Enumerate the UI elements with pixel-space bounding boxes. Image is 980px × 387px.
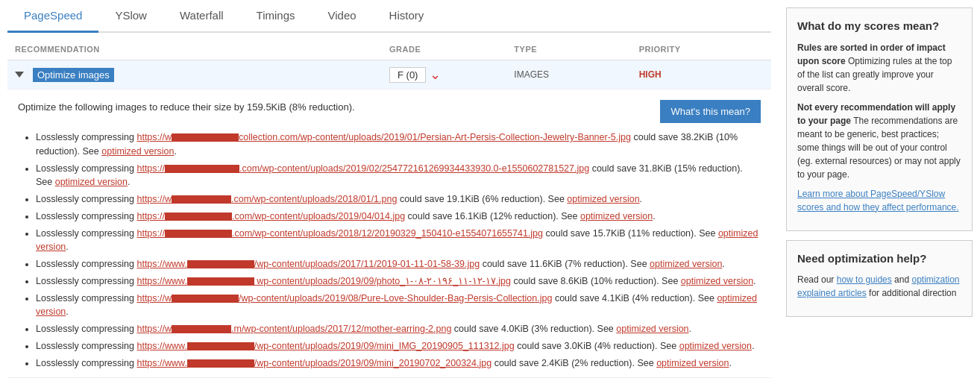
help-text1: Read our [797,274,837,285]
type-cell: IMAGES [514,69,638,80]
scores-box-title: What do my scores mean? [797,19,961,34]
image-link-8[interactable]: https://w/wp-content/uploads/2019/08/Pur… [136,293,552,303]
list-item: Losslessly compressing https://.com/wp-c… [36,227,761,255]
image-link-4[interactable]: https://.com/wp-content/uploads/2019/04/… [136,211,405,221]
tab-video[interactable]: Video [312,0,373,33]
rec-label-cell: Optimize images [15,68,389,82]
tabs-bar: PageSpeed YSlow Waterfall Timings Video … [7,0,771,33]
col-header-priority: PRIORITY [639,45,764,54]
tab-pagespeed[interactable]: PageSpeed [7,0,98,33]
image-link-2[interactable]: https://.com/wp-content/uploads/2019/02/… [136,163,589,174]
col-header-type: TYPE [514,45,638,54]
list-item: Losslessly compressing https://w.m/wp-co… [36,322,761,336]
list-item: Losslessly compressing https://.com/wp-c… [36,210,761,224]
image-link-6[interactable]: https://www./wp-content/uploads/2017/11/… [136,259,480,269]
grade-cell: F (0) ⌄ [389,66,514,83]
expanded-content: Optimize the following images to reduce … [7,89,771,378]
list-item: Losslessly compressing https://www./wp-c… [36,339,761,353]
image-link-7[interactable]: https://www. wp-content/uploads/2019/09/… [136,276,510,286]
optimized-link-1[interactable]: optimized version [101,146,174,157]
chevron-down-icon: ⌄ [430,66,441,83]
optimized-link-10[interactable]: optimized version [679,341,752,351]
col-header-grade: GRADE [389,45,514,54]
optimized-link-7[interactable]: optimized version [681,276,753,286]
whats-this-button[interactable]: What's this mean? [660,100,761,123]
expanded-header: Optimize the following images to reduce … [18,100,761,123]
list-item: Losslessly compressing https://.com/wp-c… [36,162,761,190]
image-link-5[interactable]: https://.com/wp-content/uploads/2018/12/… [136,228,543,239]
priority-cell: HIGH [639,69,764,80]
items-list: Losslessly compressing https://wcollecti… [18,130,761,370]
tab-yslow[interactable]: YSlow [98,0,163,33]
grade-value: F (0) [389,67,426,83]
collapse-icon[interactable] [15,72,24,78]
expanded-summary: Optimize the following images to reduce … [18,100,645,116]
table-header: RECOMMENDATION GRADE TYPE PRIORITY [7,39,771,60]
image-link-11[interactable]: https://www./wp-content/uploads/2019/09/… [136,358,491,368]
image-link-1[interactable]: https://wcollection.com/wp-content/uploa… [136,132,631,142]
optimization-help-box: Need optimization help? Read our how to … [786,240,973,318]
tab-timings[interactable]: Timings [240,0,312,33]
list-item: Losslessly compressing https://w/wp-cont… [36,292,761,320]
scores-box-para1: Rules are sorted in order of impact upon… [797,41,961,95]
optimized-link-2[interactable]: optimized version [55,177,128,187]
list-item: Losslessly compressing https://www. wp-c… [36,274,761,289]
optimized-link-9[interactable]: optimized version [616,324,688,334]
help-text3: for additional direction [867,288,957,298]
image-link-10[interactable]: https://www./wp-content/uploads/2019/09/… [136,341,514,351]
optimized-link-11[interactable]: optimized version [656,358,729,368]
list-item: Losslessly compressing https://wcollecti… [36,130,761,159]
image-link-9[interactable]: https://w.m/wp-content/uploads/2017/12/m… [136,324,451,334]
right-panel: What do my scores mean? Rules are sorted… [779,0,980,387]
help-box-text: Read our how to guides and optimization … [797,273,961,300]
recommendation-row[interactable]: Optimize images F (0) ⌄ IMAGES HIGH [7,60,771,89]
help-box-title: Need optimization help? [797,251,961,266]
list-item: Losslessly compressing https://www./wp-c… [36,257,761,271]
optimized-link-4[interactable]: optimized version [580,211,653,221]
col-header-recommendation: RECOMMENDATION [15,45,389,54]
help-text2: and [892,274,912,285]
rec-title: Optimize images [33,68,114,82]
tab-waterfall[interactable]: Waterfall [163,0,240,33]
scores-box-para2: Not every recommendation will apply to y… [797,101,961,181]
image-link-3[interactable]: https://w.com/wp-content/uploads/2018/01… [136,194,397,204]
optimized-link-3[interactable]: optimized version [567,194,639,204]
optimized-link-6[interactable]: optimized version [650,259,722,269]
tab-history[interactable]: History [373,0,441,33]
learn-more-link[interactable]: Learn more about PageSpeed/YSlow scores … [797,189,959,213]
how-to-guides-link[interactable]: how to guides [837,274,892,285]
scores-info-box: What do my scores mean? Rules are sorted… [786,7,973,231]
list-item: Losslessly compressing https://www./wp-c… [36,356,761,371]
list-item: Losslessly compressing https://w.com/wp-… [36,192,761,207]
